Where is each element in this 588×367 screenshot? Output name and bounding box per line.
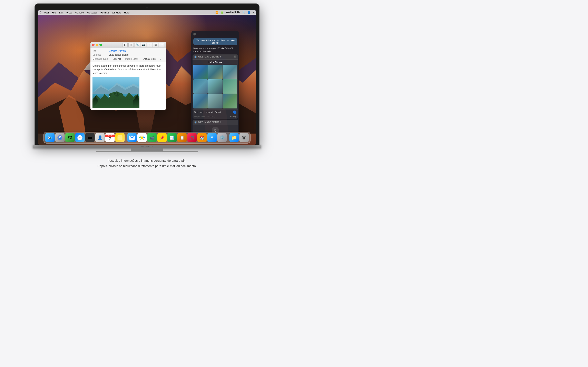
svg-line-43 <box>140 139 141 140</box>
photo-button[interactable]: 📷 <box>141 43 146 47</box>
dock-numbers[interactable]: 📊 <box>167 133 177 142</box>
siri-thumb-6[interactable] <box>223 79 237 94</box>
mail-toolbar-icons: ▶ ≡ 📎 📷 A 🖼 ⋯ <box>122 43 164 47</box>
attach-button[interactable]: 📎 <box>135 43 140 47</box>
siri-thumb-8[interactable] <box>208 94 222 108</box>
mail-body[interactable]: Getting excited for our summer adventure… <box>90 62 166 110</box>
dock-notes[interactable] <box>115 133 125 142</box>
siri-card-icon <box>194 55 197 58</box>
siri-response-text: Here are some images of 'Lake Tahoe' I f… <box>191 46 239 54</box>
siri-header: ✕ <box>191 31 239 37</box>
siri-close-button[interactable]: ✕ <box>193 33 196 35</box>
menubar-left:  Mail File Edit View Mailbox Message Fo… <box>40 11 130 14</box>
camera <box>146 7 148 8</box>
dock-books[interactable]: 📚 <box>198 133 207 142</box>
svg-line-40 <box>140 136 141 136</box>
size-dropdown-arrow[interactable]: ▾ <box>160 58 161 60</box>
siri-card-close[interactable]: ✕ <box>233 55 236 58</box>
dock-maps[interactable]: 🗺 <box>65 133 75 142</box>
image-size-value[interactable]: Actual Size <box>143 58 156 60</box>
font-button[interactable]: A <box>147 43 152 47</box>
svg-point-19 <box>109 96 112 97</box>
siri-bottom-header-label: WEB IMAGE SEARCH <box>198 121 221 123</box>
siri-thumb-3[interactable] <box>223 65 237 79</box>
dock-stickies[interactable]: 📌 <box>157 133 167 142</box>
siri-thumb-4[interactable] <box>193 79 208 94</box>
siri-status-icon[interactable]: 👤 <box>247 11 251 14</box>
dock-photos-thumbnail[interactable]: 🏔 <box>85 133 95 142</box>
subject-value[interactable]: Lake Tahoe sights <box>109 53 129 56</box>
minimize-button[interactable] <box>96 44 98 46</box>
maximize-button[interactable] <box>99 44 102 46</box>
image-button[interactable]: 🖼 <box>153 43 158 47</box>
control-center-icon[interactable]: ≡ <box>252 11 254 14</box>
macbook-stand <box>131 149 163 151</box>
menu-file[interactable]: File <box>52 11 56 14</box>
bing-logo: ► bing <box>230 115 236 118</box>
caption: Pesquise informações e imagens perguntan… <box>97 158 197 168</box>
message-size-value: 988 KB <box>113 58 121 60</box>
size-info-row: Message Size: 988 KB Image Size: Actual … <box>93 57 164 61</box>
dock-photos-app[interactable] <box>138 133 147 142</box>
siri-thumb-2[interactable] <box>208 65 222 79</box>
dock-calendar[interactable]: JULY 7 <box>105 133 115 142</box>
dock-trash[interactable]: 🗑 <box>240 133 249 142</box>
svg-text:A: A <box>211 135 214 140</box>
svg-line-41 <box>143 139 144 140</box>
mail-body-text: Getting excited for our summer adventure… <box>93 64 164 75</box>
dock-music[interactable]: 🎵 <box>187 133 197 142</box>
siri-thumb-7[interactable] <box>193 94 208 108</box>
more-button[interactable]: ⋯ <box>159 43 164 47</box>
svg-rect-11 <box>93 94 139 108</box>
siri-card-header-label: WEB IMAGE SEARCH <box>198 56 221 58</box>
siri-copyright: Images subject to copyright. ► bing <box>192 115 238 119</box>
send-button[interactable]: ▶ <box>122 43 128 47</box>
svg-rect-16 <box>109 96 123 96</box>
macbook-brand: MacBook <box>141 145 153 148</box>
svg-rect-17 <box>105 97 127 98</box>
svg-rect-18 <box>107 98 125 99</box>
dock-facetime[interactable]: 📹 <box>147 133 157 142</box>
search-icon[interactable]: 🔍 <box>242 11 245 14</box>
dock-safari[interactable] <box>75 133 85 142</box>
menu-mail[interactable]: Mail <box>44 11 49 14</box>
siri-query-bubble: "Siri search the web for photos of Lake … <box>193 38 237 45</box>
toggle-button[interactable]: ≡ <box>129 43 134 47</box>
message-size-label: Message Size: <box>93 58 109 60</box>
caption-line-2: Depois, arraste os resultados diretament… <box>97 163 197 169</box>
to-field-row: To: Charles Parrish ↓ <box>93 49 164 53</box>
dock-mail[interactable] <box>127 133 137 142</box>
menu-message[interactable]: Message <box>87 11 98 14</box>
dock-finder[interactable] <box>45 133 55 142</box>
menu-format[interactable]: Format <box>100 11 109 14</box>
dock-system-preferences[interactable]: ⚙️ <box>217 133 227 142</box>
dock-reminders[interactable]: 📋 <box>177 133 187 142</box>
svg-point-27 <box>50 137 51 138</box>
dock-siri[interactable]: 🌊 <box>55 133 65 142</box>
dock-contacts[interactable]: 👤 <box>95 133 105 142</box>
siri-card-header: WEB IMAGE SEARCH ✕ <box>192 54 238 59</box>
menu-mailbox[interactable]: Mailbox <box>75 11 84 14</box>
apple-logo[interactable]:  <box>40 11 41 14</box>
siri-bottom-icon <box>194 121 197 124</box>
siri-see-more-row[interactable]: See more images in Safari › <box>192 109 238 115</box>
close-button[interactable] <box>92 44 95 46</box>
macbook-wrapper:  Mail File Edit View Mailbox Message Fo… <box>29 4 265 152</box>
siri-bottom-header: WEB IMAGE SEARCH <box>192 120 238 125</box>
siri-thumb-5[interactable] <box>208 79 222 94</box>
dock-appstore[interactable]: A <box>208 133 217 142</box>
menu-window[interactable]: Window <box>112 11 121 14</box>
clock: Wed 9:41 AM <box>226 11 240 14</box>
svg-marker-22 <box>133 95 139 108</box>
siri-thumb-9[interactable] <box>223 94 237 108</box>
screen:  Mail File Edit View Mailbox Message Fo… <box>38 10 256 145</box>
dock-files[interactable]: 📁 <box>229 133 239 142</box>
menu-view[interactable]: View <box>66 11 72 14</box>
mail-image-preview <box>93 77 139 108</box>
menu-help[interactable]: Help <box>124 11 130 14</box>
menu-edit[interactable]: Edit <box>59 11 63 14</box>
mail-titlebar: ▶ ≡ 📎 📷 A 🖼 ⋯ <box>90 42 166 48</box>
siri-thumb-1[interactable] <box>193 65 208 79</box>
screen-bezel:  Mail File Edit View Mailbox Message Fo… <box>35 4 259 145</box>
to-value[interactable]: Charles Parrish ↓ <box>109 50 128 52</box>
